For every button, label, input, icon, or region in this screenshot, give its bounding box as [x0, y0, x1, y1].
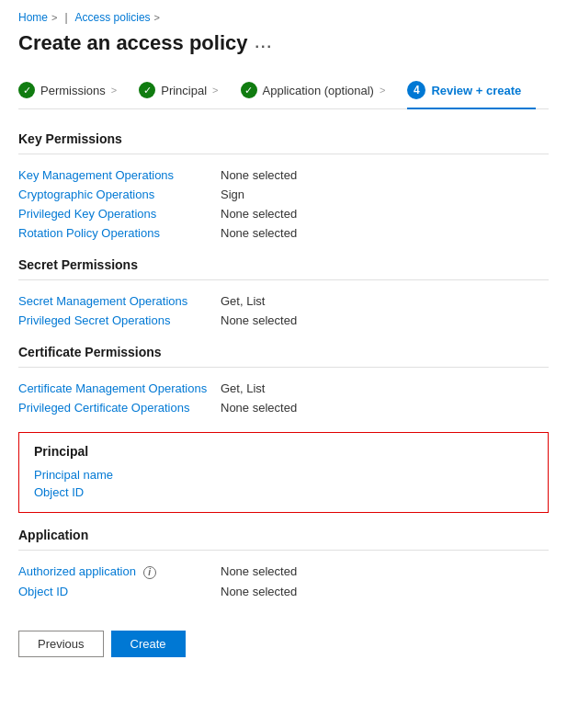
row-value: Get, List	[221, 294, 265, 308]
steps-bar: ✓ Permissions > ✓ Principal > ✓ Applicat…	[18, 74, 549, 109]
row-value: None selected	[221, 401, 297, 415]
row-label: Secret Management Operations	[18, 294, 221, 308]
row-value: None selected	[221, 313, 297, 327]
certificate-permissions-section: Certificate Permissions Certificate Mana…	[18, 345, 549, 417]
application-check-icon: ✓	[241, 82, 257, 98]
row-label: Cryptographic Operations	[18, 188, 221, 201]
list-item: Object ID	[34, 483, 533, 501]
tab-principal[interactable]: ✓ Principal >	[139, 74, 240, 108]
page-title: Create an access policy ...	[18, 31, 549, 55]
breadcrumb-access-policies[interactable]: Access policies	[75, 11, 151, 24]
tab-application[interactable]: ✓ Application (optional) >	[241, 74, 408, 108]
row-value: None selected	[221, 207, 297, 221]
principal-check-icon: ✓	[139, 82, 155, 98]
table-row: Secret Management Operations Get, List	[18, 291, 549, 311]
table-row: Cryptographic Operations Sign	[18, 185, 549, 204]
button-bar: Previous Create	[18, 623, 549, 657]
certificate-permissions-divider	[18, 367, 549, 368]
table-row: Rotation Policy Operations None selected	[18, 223, 549, 243]
row-label: Object ID	[18, 585, 221, 598]
info-icon[interactable]: i	[143, 566, 156, 579]
row-value: Sign	[221, 188, 244, 201]
row-label: Privileged Key Operations	[18, 207, 221, 221]
table-row: Privileged Key Operations None selected	[18, 204, 549, 223]
step-sep-2: >	[212, 85, 218, 96]
tab-permissions[interactable]: ✓ Permissions >	[18, 74, 139, 108]
row-value: None selected	[221, 585, 297, 598]
tab-review-label: Review + create	[431, 84, 521, 97]
breadcrumb-divider: |	[64, 11, 67, 24]
row-label: Privileged Certificate Operations	[18, 401, 221, 415]
row-label: Authorized application i	[18, 564, 221, 579]
page-container: Home > | Access policies > Create an acc…	[0, 0, 567, 676]
table-row: Privileged Certificate Operations None s…	[18, 398, 549, 417]
breadcrumb-sep1: >	[51, 12, 57, 23]
breadcrumb-home[interactable]: Home	[18, 11, 48, 24]
application-divider	[18, 550, 549, 551]
secret-permissions-section: Secret Permissions Secret Management Ope…	[18, 257, 549, 330]
review-number-icon: 4	[407, 81, 425, 99]
key-permissions-section: Key Permissions Key Management Operation…	[18, 131, 549, 243]
secret-permissions-title: Secret Permissions	[18, 257, 549, 272]
list-item: Principal name	[34, 466, 533, 483]
breadcrumb-sep2: >	[154, 12, 160, 23]
page-title-ellipsis: ...	[255, 35, 272, 51]
principal-section: Principal Principal name Object ID	[18, 432, 549, 513]
secret-permissions-divider	[18, 279, 549, 280]
row-value: None selected	[221, 226, 297, 240]
row-label: Privileged Secret Operations	[18, 313, 221, 327]
row-label: Certificate Management Operations	[18, 381, 221, 395]
row-value: None selected	[221, 168, 297, 182]
table-row: Key Management Operations None selected	[18, 165, 549, 185]
row-label: Key Management Operations	[18, 168, 221, 182]
page-title-text: Create an access policy	[18, 31, 247, 55]
row-value: None selected	[221, 564, 297, 578]
create-button[interactable]: Create	[111, 631, 186, 657]
key-permissions-divider	[18, 154, 549, 154]
application-section: Application Authorized application i Non…	[18, 528, 549, 601]
table-row: Authorized application i None selected	[18, 562, 549, 582]
permissions-check-icon: ✓	[18, 82, 35, 98]
row-label: Rotation Policy Operations	[18, 226, 221, 240]
application-section-title: Application	[18, 528, 549, 542]
previous-button[interactable]: Previous	[18, 631, 104, 657]
tab-permissions-label: Permissions	[40, 84, 106, 97]
step-sep-3: >	[380, 85, 385, 96]
tab-application-label: Application (optional)	[263, 84, 374, 97]
principal-section-title: Principal	[34, 444, 533, 459]
certificate-permissions-title: Certificate Permissions	[18, 345, 549, 359]
key-permissions-title: Key Permissions	[18, 131, 549, 146]
table-row: Object ID None selected	[18, 582, 549, 601]
step-sep-1: >	[111, 85, 117, 96]
tab-principal-label: Principal	[161, 84, 207, 97]
breadcrumb: Home > | Access policies >	[18, 11, 549, 24]
table-row: Privileged Secret Operations None select…	[18, 311, 549, 330]
table-row: Certificate Management Operations Get, L…	[18, 379, 549, 398]
row-value: Get, List	[221, 381, 265, 395]
tab-review[interactable]: 4 Review + create	[407, 74, 536, 108]
